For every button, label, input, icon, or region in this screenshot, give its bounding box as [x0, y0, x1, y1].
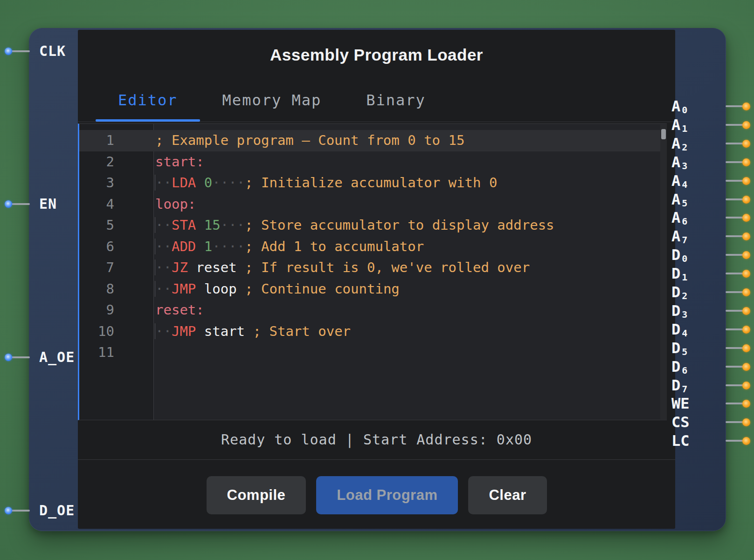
line-number: 9 — [79, 300, 153, 321]
line-number: 11 — [79, 342, 153, 363]
token-ident: reset — [196, 260, 236, 275]
output-pin-dot[interactable] — [742, 232, 750, 240]
input-pin-dot[interactable] — [5, 200, 12, 208]
line-number: 1 — [79, 130, 153, 151]
code-line: 4loop: — [79, 194, 667, 215]
pin-wire — [726, 124, 744, 126]
output-pin-dot[interactable] — [742, 102, 750, 110]
code-text: ··STA 15···; Store accumulator to displa… — [153, 215, 554, 236]
code-text: start: — [153, 151, 204, 173]
output-pin-dot[interactable] — [742, 418, 750, 426]
pin-label-a_oe: A_OE — [39, 347, 75, 368]
input-pin-dot[interactable] — [5, 48, 12, 55]
code-line: 2start: — [79, 151, 667, 173]
whitespace-dots: ···· — [212, 239, 245, 254]
whitespace-dots: ·· — [155, 260, 172, 275]
line-number: 8 — [79, 279, 153, 300]
code-text: ··ADD 1····; Add 1 to accumulator — [153, 236, 424, 258]
status-bar: Ready to load | Start Address: 0x00 — [78, 420, 675, 460]
tab-label: Binary — [366, 91, 426, 109]
pin-wire — [726, 328, 744, 330]
clear-button[interactable]: Clear — [468, 476, 546, 514]
pin-label-d_oe: D_OE — [39, 500, 75, 521]
tab-binary[interactable]: Binary — [344, 81, 448, 120]
line-number: 3 — [79, 172, 153, 194]
line-number: 6 — [79, 236, 153, 258]
pin-wire — [726, 347, 744, 349]
pin-wire — [726, 366, 744, 368]
output-pin-dot[interactable] — [742, 437, 750, 445]
output-pin-dot[interactable] — [742, 344, 750, 352]
output-pin-dot[interactable] — [742, 288, 750, 296]
editor-scrollbar-thumb[interactable] — [661, 129, 666, 139]
output-pin-dot[interactable] — [742, 326, 750, 334]
output-pin-dot[interactable] — [742, 177, 750, 185]
whitespace-dots: ·· — [155, 175, 172, 191]
whitespace-dots: ·· — [155, 281, 172, 297]
pin-wire — [726, 421, 744, 423]
output-pin-dot[interactable] — [742, 196, 750, 204]
output-pin-dot[interactable] — [742, 307, 750, 315]
code-editor[interactable]: 1; Example program — Count from 0 to 152… — [78, 123, 667, 420]
tab-bar: EditorMemory MapBinary — [96, 81, 448, 120]
token-comment: ; Start over — [253, 323, 351, 339]
line-number: 10 — [79, 321, 153, 342]
assembly-loader-panel: Assembly Program Loader EditorMemory Map… — [78, 30, 675, 529]
page-title: Assembly Program Loader — [78, 40, 675, 70]
output-pin-dot[interactable] — [742, 363, 750, 371]
pin-wire — [726, 105, 744, 107]
whitespace-dots: ·· — [155, 323, 172, 339]
compile-button[interactable]: Compile — [207, 476, 306, 514]
output-pin-dot[interactable] — [742, 400, 750, 408]
code-line: 7··JZ reset ; If result is 0, we've roll… — [79, 257, 667, 279]
output-pin-dot[interactable] — [742, 382, 750, 389]
input-pin-dot[interactable] — [5, 507, 12, 514]
token-label: start: — [155, 154, 204, 170]
line-number: 2 — [79, 151, 153, 173]
pin-wire — [726, 254, 744, 256]
token-op: JZ — [172, 260, 188, 275]
output-pin-dot[interactable] — [742, 140, 750, 148]
pin-wire — [726, 273, 744, 274]
token-label: reset: — [155, 302, 204, 318]
output-pin-dot[interactable] — [742, 158, 750, 166]
token-ident: loop — [204, 281, 237, 297]
output-pin-dot[interactable] — [742, 214, 750, 222]
code-text: reset: — [153, 300, 204, 321]
token-comment: ; Add 1 to accumulator — [245, 239, 424, 254]
tab-editor[interactable]: Editor — [96, 81, 200, 120]
output-pin-dot[interactable] — [742, 251, 750, 259]
pin-label-en: EN — [39, 194, 57, 214]
pin-wire — [726, 180, 744, 182]
line-number: 7 — [79, 257, 153, 279]
code-text: ··LDA 0····; Initialize accumulator with… — [153, 172, 497, 194]
code-text: ··JMP loop ; Continue counting — [153, 279, 400, 300]
token-op: JMP — [172, 281, 196, 297]
token-comment: ; If result is 0, we've rolled over — [245, 260, 530, 275]
code-text: ; Example program — Count from 0 to 15 — [153, 130, 464, 151]
pin-wire — [726, 198, 744, 200]
token-comment: ; Continue counting — [245, 281, 400, 297]
code-line: 6··ADD 1····; Add 1 to accumulator — [79, 236, 667, 258]
load-program-button[interactable]: Load Program — [316, 476, 458, 514]
token-op: JMP — [172, 323, 196, 339]
circuit-board-background: Assembly Program Loader EditorMemory Map… — [0, 0, 754, 560]
line-number: 4 — [79, 194, 153, 215]
input-pin-dot[interactable] — [5, 354, 12, 361]
code-line: 5··STA 15···; Store accumulator to displ… — [79, 215, 667, 236]
pin-wire — [726, 403, 744, 404]
whitespace-dots: ·· — [155, 217, 172, 233]
output-pin-dot[interactable] — [742, 121, 750, 129]
output-pin-dot[interactable] — [742, 270, 750, 278]
code-line: 11 — [79, 342, 667, 363]
tab-label: Memory Map — [222, 91, 322, 109]
whitespace-dots: ··· — [221, 217, 245, 233]
editor-scrollbar-track[interactable] — [660, 124, 667, 419]
pin-wire — [726, 384, 744, 386]
code-line: 1; Example program — Count from 0 to 15 — [79, 130, 667, 151]
code-line: 8··JMP loop ; Continue counting — [79, 279, 667, 300]
code-line: 3··LDA 0····; Initialize accumulator wit… — [79, 172, 667, 194]
line-number: 5 — [79, 215, 153, 236]
pin-wire — [726, 310, 744, 312]
tab-memory-map[interactable]: Memory Map — [200, 81, 344, 120]
